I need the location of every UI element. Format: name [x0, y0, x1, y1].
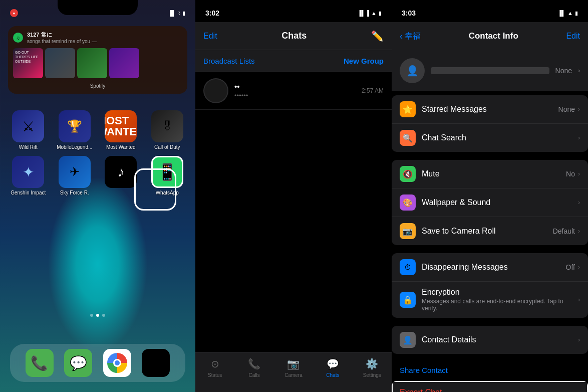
starred-icon: ⭐ — [400, 101, 416, 117]
calls-tab-label: Calls — [248, 372, 259, 378]
settings-section-2: 🔇 Mute No › 🎨 Wallpaper & Sound › 📷 Save… — [392, 160, 588, 245]
chat-preview-1: •••••• — [234, 92, 356, 99]
contact-scroll: 👤 None › ⭐ Starred Messages None › 🔍 Cha… — [392, 50, 588, 392]
chats-tab-label: Chats — [326, 372, 339, 378]
contact-details-text: Contact Details — [422, 335, 578, 344]
contact-edit-button[interactable]: Edit — [566, 32, 580, 41]
album-art-2 — [45, 48, 75, 78]
genshin-icon: ✦ — [12, 156, 44, 188]
chat-search-row[interactable]: 🔍 Chat Search › — [392, 124, 588, 152]
contact-none-value: None — [555, 67, 572, 75]
dock-messages-icon[interactable]: 💬 — [64, 349, 92, 377]
mute-value: No — [566, 170, 575, 178]
wifi3-icon: ▲ — [567, 10, 573, 16]
app-wildrift[interactable]: ⚔ Wild Rift — [8, 110, 49, 150]
danger-section: Export Chat Clear Chat — [392, 381, 588, 392]
app-cod[interactable]: 🎖 Call of Duty — [147, 110, 188, 150]
contact-back-button[interactable]: ‹ 幸福 — [400, 31, 421, 42]
tab-settings[interactable]: ⚙️ Settings — [355, 357, 390, 378]
starred-messages-row[interactable]: ⭐ Starred Messages None › — [392, 95, 588, 124]
chat-item-1[interactable]: •• •••••• 2:57 AM — [195, 72, 392, 110]
new-group-button[interactable]: New Group — [344, 57, 384, 65]
mw-icon: MOSTWANTED — [105, 110, 137, 142]
app-mobilelegends[interactable]: 🏆 MobileLegend... — [55, 110, 95, 150]
export-chat-label: Export Chat — [400, 388, 442, 392]
page-dot-1 — [90, 314, 93, 317]
chats-compose-button[interactable]: ✏️ — [371, 30, 384, 42]
mute-text: Mute — [422, 169, 566, 178]
red-dot: ● — [10, 9, 18, 17]
spotify-top: ♫ 3127 常に songs that remind me of you — — [13, 31, 182, 44]
contact-top-row[interactable]: 👤 None › — [392, 50, 588, 91]
section-gap-4 — [392, 358, 588, 362]
mute-row[interactable]: 🔇 Mute No › — [392, 160, 588, 188]
export-chat-row[interactable]: Export Chat — [392, 381, 588, 392]
wallpaper-icon: 🎨 — [400, 194, 416, 211]
disappearing-text: Disappearing Messages — [422, 263, 566, 272]
chats-tab-icon: 💬 — [326, 357, 339, 370]
wildrift-icon: ⚔ — [12, 110, 44, 142]
contact-details-chevron: › — [578, 336, 580, 343]
sky-label: Sky Force R. — [60, 190, 89, 195]
time3: 3:03 — [402, 9, 416, 17]
contact-avatar: 👤 — [400, 58, 425, 83]
contact-top-chevron: › — [578, 67, 580, 74]
wallpaper-chevron: › — [578, 199, 580, 206]
tab-camera[interactable]: 📷 Camera — [276, 357, 311, 378]
chat-search-label: Chat Search — [422, 133, 466, 142]
camera-tab-icon: 📷 — [287, 357, 300, 370]
tab-calls[interactable]: 📞 Calls — [237, 357, 272, 378]
app-mostwanted[interactable]: MOSTWANTED Most Wanted — [101, 110, 141, 150]
status-bar1: ● ▐▌ ⌇ ▮ — [0, 0, 195, 22]
wifi-icon: ⌇ — [178, 10, 180, 17]
signal3-icon: ▐▌ — [558, 10, 566, 16]
broadcast-lists-button[interactable]: Broadcast Lists — [203, 57, 255, 65]
contact-info-title: Contact Info — [469, 31, 518, 41]
camera-tab-label: Camera — [284, 372, 303, 378]
settings-section-1: ⭐ Starred Messages None › 🔍 Chat Search … — [392, 95, 588, 152]
contact-name-blurred — [431, 67, 549, 74]
mute-chevron: › — [578, 170, 580, 177]
album-art-3 — [77, 48, 107, 78]
dock-spotify-icon[interactable]: ♫ — [142, 349, 170, 377]
dock-chrome-icon[interactable] — [103, 349, 131, 377]
phone3-contact-info: 3:03 ▐▌ ▲ ▮ ‹ 幸福 Contact Info Edit 👤 Non… — [392, 0, 588, 392]
settings-section-3: ⏱ Disappearing Messages Off › 🔒 Encrypti… — [392, 253, 588, 318]
chats-edit-button[interactable]: Edit — [203, 32, 217, 41]
cod-icon: 🎖 — [151, 110, 183, 142]
broadcast-bar: Broadcast Lists New Group — [195, 50, 392, 72]
sky-icon: ✈ — [59, 156, 91, 188]
tab-status[interactable]: ⊙ Status — [197, 357, 232, 378]
encryption-row[interactable]: 🔒 Encryption Messages and calls are end-… — [392, 282, 588, 318]
chat-list: •• •••••• 2:57 AM — [195, 72, 392, 352]
camera-roll-icon: 📷 — [400, 223, 416, 239]
encryption-text: Encryption Messages and calls are end-to… — [422, 288, 578, 312]
spotify-widget[interactable]: ♫ 3127 常に songs that remind me of you — … — [8, 26, 187, 94]
mw-label: Most Wanted — [106, 144, 136, 150]
wallpaper-row[interactable]: 🎨 Wallpaper & Sound › — [392, 188, 588, 217]
disappearing-row[interactable]: ⏱ Disappearing Messages Off › — [392, 253, 588, 282]
wildrift-label: Wild Rift — [19, 144, 38, 150]
camera-roll-value: Default — [553, 227, 575, 235]
contact-details-label: Contact Details — [422, 335, 476, 344]
disappearing-icon: ⏱ — [400, 259, 416, 275]
genshin-label: Genshin Impact — [11, 190, 46, 195]
app-skyforce[interactable]: ✈ Sky Force R. — [55, 156, 95, 195]
signal2-icon: ▐▌▐ — [358, 10, 369, 16]
app-genshin[interactable]: ✦ Genshin Impact — [8, 156, 49, 195]
share-contact-label[interactable]: Share Contact — [400, 366, 448, 374]
encryption-icon: 🔒 — [400, 292, 416, 308]
disappearing-chevron: › — [578, 264, 580, 271]
page-dots — [0, 314, 195, 317]
dock-phone-icon[interactable]: 📞 — [26, 349, 54, 377]
chat-name-1: •• — [234, 82, 356, 91]
signal-icon: ▐▌ — [168, 10, 176, 16]
background-figure — [48, 176, 148, 352]
dock: 📞 💬 ♫ — [10, 344, 185, 382]
phone2-whatsapp-chats: 3:02 ▐▌▐ ▲ ▮ Edit Chats ✏️ Broadcast Lis… — [195, 0, 392, 392]
chat-time-1: 2:57 AM — [362, 87, 384, 94]
contact-details-row[interactable]: 👤 Contact Details › — [392, 326, 588, 354]
camera-roll-row[interactable]: 📷 Save to Camera Roll Default › — [392, 217, 588, 245]
starred-value: None — [558, 105, 575, 113]
tab-chats[interactable]: 💬 Chats — [315, 357, 350, 378]
